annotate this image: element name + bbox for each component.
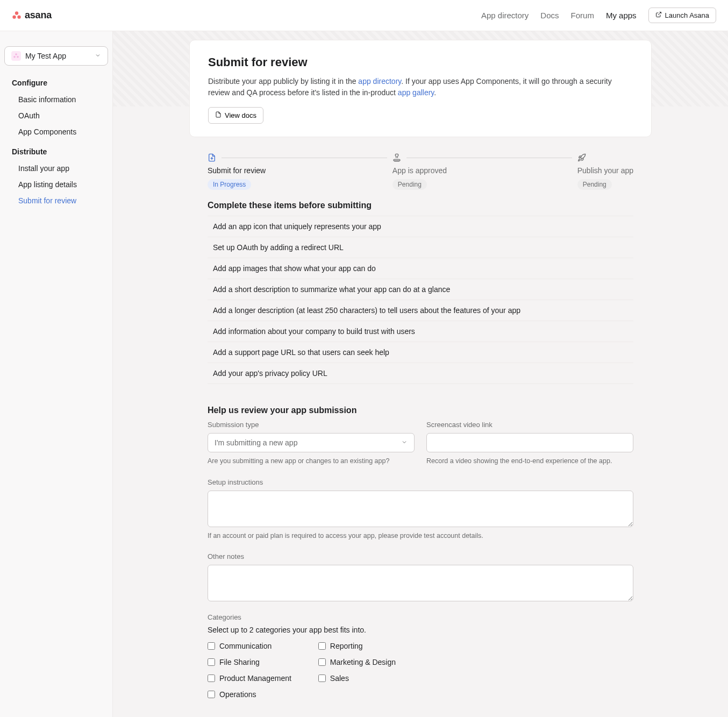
side-group-distribute: Distribute Install your app App listing … (4, 147, 108, 209)
sidebar-item-submit-for-review[interactable]: Submit for review (12, 193, 101, 209)
category-marketing-design[interactable]: Marketing & Design (318, 658, 396, 666)
screencast-input[interactable] (426, 433, 633, 452)
checklist-item[interactable]: Add app images that show what your app c… (208, 258, 633, 279)
chevron-down-icon (95, 52, 101, 60)
launch-asana-button[interactable]: Launch Asana (648, 8, 716, 23)
category-communication[interactable]: Communication (208, 642, 291, 650)
field-label: Submission type (208, 421, 415, 429)
asana-logo-icon (12, 11, 22, 20)
nav-app-directory[interactable]: App directory (481, 11, 529, 20)
checkbox[interactable] (318, 675, 326, 682)
view-docs-button[interactable]: View docs (208, 107, 263, 124)
checklist-item[interactable]: Add a support page URL so that users can… (208, 342, 633, 363)
step-title: App is approved (392, 166, 577, 175)
submit-icon (208, 153, 216, 162)
field-screencast: Screencast video link Record a video sho… (426, 421, 633, 466)
side-heading-configure: Configure (12, 79, 101, 87)
checkbox[interactable] (318, 642, 326, 650)
hero-card: Submit for review Distribute your app pu… (189, 40, 652, 137)
field-setup-instructions: Setup instructions If an account or paid… (208, 478, 633, 541)
stamp-icon (392, 153, 401, 162)
sidebar-item-install-your-app[interactable]: Install your app (12, 160, 101, 176)
step-publish: Publish your app Pending (577, 153, 633, 190)
sidebar-item-app-components[interactable]: App Components (12, 124, 101, 140)
svg-point-5 (13, 56, 16, 58)
category-operations[interactable]: Operations (208, 690, 291, 699)
top-nav-links: App directory Docs Forum My apps Launch … (481, 8, 716, 23)
sidebar-item-app-listing-details[interactable]: App listing details (12, 176, 101, 193)
main-content: Submit for review Distribute your app pu… (113, 31, 728, 717)
checklist-heading: Complete these items before submitting (208, 201, 633, 210)
link-app-gallery[interactable]: app gallery (398, 88, 434, 97)
field-submission-type: Submission type I'm submitting a new app… (208, 421, 415, 466)
nav-docs[interactable]: Docs (540, 11, 559, 20)
category-file-sharing[interactable]: File Sharing (208, 658, 291, 666)
checkbox[interactable] (208, 675, 215, 682)
app-icon (11, 51, 21, 61)
select-value: I'm submitting a new app (215, 438, 297, 447)
page-title: Submit for review (208, 55, 633, 69)
checklist-item[interactable]: Set up OAuth by adding a redirect URL (208, 237, 633, 258)
svg-point-4 (15, 53, 17, 55)
form-heading: Help us review your app submission (208, 406, 633, 415)
rocket-icon (577, 153, 586, 162)
checkbox[interactable] (208, 691, 215, 698)
chevron-down-icon (401, 438, 408, 447)
category-sales[interactable]: Sales (318, 674, 396, 683)
svg-point-1 (12, 15, 16, 18)
submission-type-select[interactable]: I'm submitting a new app (208, 433, 415, 452)
view-docs-label: View docs (225, 111, 256, 119)
field-help: If an account or paid plan is required t… (208, 531, 633, 541)
link-app-directory[interactable]: app directory (358, 77, 401, 86)
field-label: Setup instructions (208, 478, 633, 486)
field-label: Categories (208, 613, 633, 621)
category-reporting[interactable]: Reporting (318, 642, 396, 650)
app-selector[interactable]: My Test App (4, 46, 108, 66)
status-badge: In Progress (208, 179, 251, 190)
checklist-item[interactable]: Add an app icon that uniquely represents… (208, 216, 633, 237)
checklist-item[interactable]: Add your app's privacy policy URL (208, 363, 633, 384)
svg-point-6 (17, 56, 19, 58)
field-categories: Categories Select up to 2 categories you… (208, 613, 633, 706)
app-selector-label: My Test App (25, 52, 66, 60)
status-badge: Pending (577, 179, 612, 190)
field-help: Are you submitting a new app or changes … (208, 457, 415, 466)
category-product-management[interactable]: Product Management (208, 674, 291, 683)
sidebar-item-oauth[interactable]: OAuth (12, 108, 101, 124)
field-other-notes: Other notes (208, 552, 633, 601)
checklist-item[interactable]: Add a short description to summarize wha… (208, 279, 633, 300)
side-heading-distribute: Distribute (12, 147, 101, 156)
step-title: Submit for review (208, 166, 392, 175)
external-link-icon (655, 11, 662, 19)
checkbox[interactable] (208, 658, 215, 666)
checkbox[interactable] (318, 658, 326, 666)
checklist-item[interactable]: Add information about your company to bu… (208, 321, 633, 342)
other-notes-textarea[interactable] (208, 565, 633, 601)
launch-asana-label: Launch Asana (665, 11, 709, 19)
setup-instructions-textarea[interactable] (208, 491, 633, 527)
field-help: Record a video showing the end-to-end ex… (426, 457, 633, 466)
step-submit-for-review: Submit for review In Progress (208, 153, 392, 190)
document-icon (215, 111, 222, 120)
sidebar: My Test App Configure Basic information … (0, 31, 113, 717)
step-title: Publish your app (577, 166, 633, 175)
nav-forum[interactable]: Forum (571, 11, 594, 20)
field-label: Screencast video link (426, 421, 633, 429)
brand: asana (12, 10, 52, 21)
side-group-configure: Configure Basic information OAuth App Co… (4, 79, 108, 140)
svg-point-2 (17, 15, 20, 18)
step-app-approved: App is approved Pending (392, 153, 577, 190)
sidebar-item-basic-information[interactable]: Basic information (12, 91, 101, 108)
field-label: Other notes (208, 552, 633, 560)
status-badge: Pending (392, 179, 427, 190)
hero-description: Distribute your app publicly by listing … (208, 76, 633, 98)
brand-name: asana (25, 10, 52, 21)
svg-line-3 (658, 12, 661, 16)
categories-hint: Select up to 2 categories your app best … (208, 626, 633, 634)
svg-point-0 (15, 11, 18, 15)
nav-my-apps[interactable]: My apps (606, 11, 637, 20)
checklist-item[interactable]: Add a longer description (at least 250 c… (208, 300, 633, 321)
top-nav: asana App directory Docs Forum My apps L… (0, 0, 728, 31)
checklist: Add an app icon that uniquely represents… (208, 216, 633, 384)
checkbox[interactable] (208, 642, 215, 650)
